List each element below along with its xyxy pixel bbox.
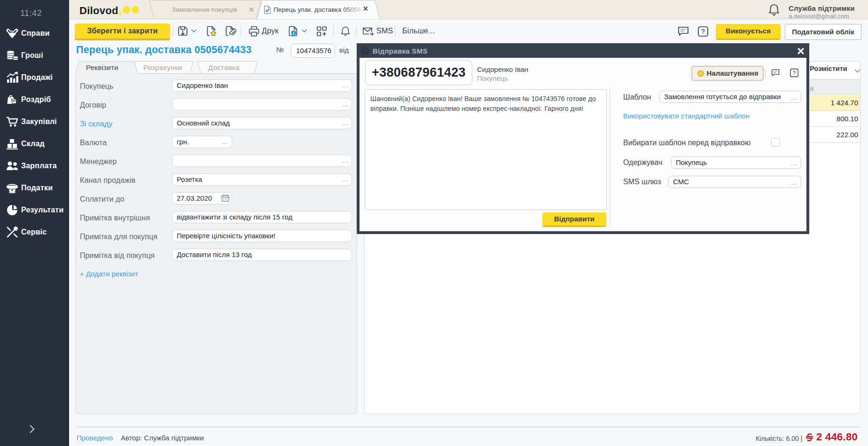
svg-text:?: ? [701, 28, 705, 35]
svg-text:?: ? [793, 70, 796, 76]
svg-text:i: i [293, 31, 295, 36]
